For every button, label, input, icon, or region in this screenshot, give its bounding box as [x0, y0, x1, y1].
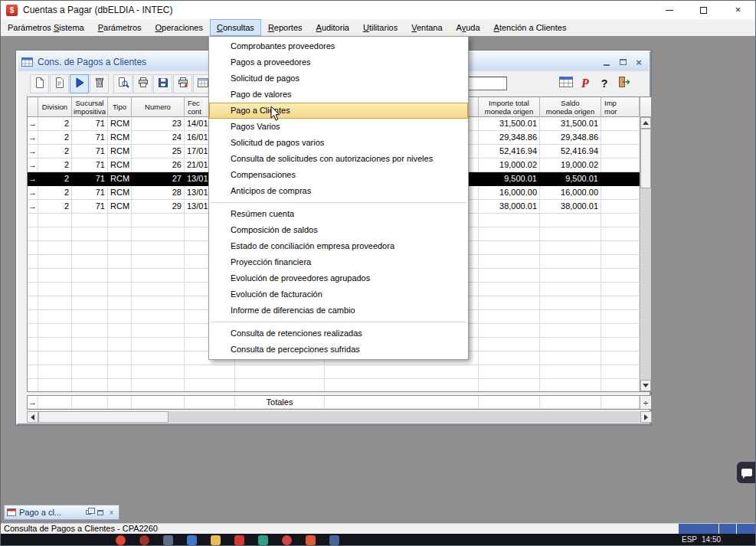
cell-empty [72, 214, 108, 227]
chat-overlay-button[interactable] [737, 462, 756, 483]
preview-button[interactable] [113, 74, 133, 93]
menu-item-consulta-de-retenciones-realizadas[interactable]: Consulta de retenciones realizadas [209, 325, 468, 342]
menubar-item-ayuda[interactable]: Ayuda [450, 19, 487, 36]
menubar-item-reportes[interactable]: Reportes [261, 19, 309, 36]
taskbar-icon[interactable] [163, 535, 173, 545]
menu-item-pagos-a-proveedores[interactable]: Pagos a proveedores [209, 54, 468, 70]
print-setup-button[interactable] [173, 74, 192, 93]
taskbar-icon[interactable] [329, 535, 339, 545]
column-header-saldo[interactable]: Saldo moneda origen [540, 97, 601, 117]
menu-item-comprobantes-proveedores[interactable]: Comprobantes proveedores [209, 38, 468, 54]
vertical-scroll-thumb[interactable] [640, 129, 651, 188]
scroll-right-button[interactable] [640, 411, 652, 423]
menubar-item-parametros[interactable]: Parámetros [91, 19, 149, 36]
menubar: Parámetros SistemaParámetrosOperacionesC… [1, 19, 755, 36]
help-button[interactable]: ? [597, 76, 612, 91]
cell-marker: → [28, 159, 38, 172]
totals-spin-button[interactable]: ÷ [640, 396, 651, 409]
menu-item-anticipos-de-compras[interactable]: Anticipos de compras [209, 183, 468, 199]
menu-item-composicion-de-saldos[interactable]: Composición de saldos [209, 222, 468, 238]
column-header-marker[interactable] [28, 97, 38, 117]
grid-window-icon [7, 508, 16, 516]
scroll-down-button[interactable] [640, 380, 651, 391]
taskbar-icon[interactable] [258, 535, 268, 545]
taskbar-icon[interactable] [116, 535, 126, 545]
menubar-item-utilitarios[interactable]: Utilitarios [356, 19, 404, 36]
run-query-button[interactable] [70, 74, 89, 93]
menu-item-compensaciones[interactable]: Compensaciones [209, 167, 468, 183]
language-indicator[interactable]: ESP [682, 535, 697, 544]
menu-item-consulta-de-percepciones-sufridas[interactable]: Consulta de percepciones sufridas [209, 342, 468, 358]
print-button[interactable] [133, 74, 152, 93]
menubar-item-auditoria[interactable]: Auditoria [309, 19, 356, 36]
delete-record-button[interactable] [90, 74, 109, 93]
column-header-division[interactable]: Division [38, 97, 72, 117]
cell-numero: 27 [132, 172, 185, 186]
menubar-item-atencion-a-clientes[interactable]: Atención a Clientes [487, 19, 574, 36]
child-minimize-button[interactable] [600, 56, 614, 68]
minimized-window[interactable]: Pago a cl... × [4, 505, 119, 520]
table-view-button[interactable] [558, 76, 574, 91]
cell-empty [38, 338, 72, 351]
horizontal-scroll-track[interactable] [38, 411, 640, 423]
child-close-button[interactable]: × [632, 56, 646, 68]
menu-item-resumen-cuenta[interactable]: Resúmen cuenta [209, 206, 468, 222]
minimize-button[interactable] [652, 1, 686, 19]
close-button[interactable]: × [106, 508, 116, 518]
menu-item-pago-de-valores[interactable]: Pago de valores [209, 87, 468, 103]
menu-item-evolucion-de-facturacion[interactable]: Evolución de facturación [209, 286, 468, 302]
totals-cell-sucursal [72, 396, 108, 409]
taskbar-icon[interactable] [211, 535, 221, 545]
menu-item-pagos-varios[interactable]: Pagos Varios [209, 119, 468, 135]
taskbar-icon[interactable] [282, 535, 292, 545]
clock[interactable]: 14:50 [702, 535, 721, 544]
exit-button[interactable] [616, 76, 631, 91]
menu-item-proyeccion-financiera[interactable]: Proyección financiera [209, 254, 468, 270]
cell-empty [72, 241, 108, 255]
menubar-item-ventana[interactable]: Ventana [404, 19, 449, 36]
menu-item-solicitud-de-pagos-varios[interactable]: Solicitud de pagos varios [209, 135, 468, 151]
cell-empty [601, 351, 640, 365]
menu-item-pago-a-clientes[interactable]: Pago a Clientes [209, 103, 468, 119]
menu-item-solicitud-de-pagos[interactable]: Solicitud de pagos [209, 70, 468, 87]
menubar-item-consultas[interactable]: Consultas [210, 19, 261, 36]
column-header-impmor[interactable]: Imp mor [601, 97, 640, 117]
new-record-button[interactable] [30, 74, 49, 93]
taskbar-icon[interactable] [306, 535, 316, 545]
column-header-sucursal[interactable]: Sucursal impositiva [72, 97, 108, 117]
totals-cell-tipo [108, 396, 132, 409]
menu-item-evolucion-de-proveedores-agrupados[interactable]: Evolución de proveedores agrupados [209, 270, 468, 286]
column-header-importe[interactable]: Importe total moneda origen [479, 97, 540, 117]
horizontal-scrollbar[interactable] [27, 411, 652, 423]
menubar-item-operaciones[interactable]: Operaciones [149, 19, 210, 36]
menu-item-consulta-de-solicitudes-con-autorizaciones-por-niveles[interactable]: Consulta de solicitudes con autorizacion… [209, 151, 468, 167]
taskbar-icon[interactable] [139, 535, 149, 545]
products-button[interactable]: P [578, 76, 593, 91]
restore-button[interactable] [83, 508, 93, 518]
maximize-button[interactable] [686, 1, 721, 19]
scroll-up-button[interactable] [640, 117, 651, 129]
menu-item-informe-de-diferencias-de-cambio[interactable]: Informe de diferencias de cambio [209, 302, 468, 319]
menu-item-estado-de-conciliacion-empresa-proveedora[interactable]: Estado de conciliación empresa proveedor… [209, 238, 468, 254]
maximize-button[interactable] [95, 508, 105, 518]
taskbar-icon[interactable] [234, 535, 244, 545]
taskbar-icon[interactable] [187, 535, 197, 545]
cell-empty [28, 241, 38, 255]
restore-icon [86, 510, 91, 515]
cell-empty [601, 338, 640, 351]
menubar-item-parametros-sistema[interactable]: Parámetros Sistema [1, 19, 91, 36]
vertical-scroll-track[interactable] [640, 129, 651, 380]
column-header-numero[interactable]: Numero [132, 97, 185, 117]
cell-empty [540, 214, 601, 227]
save-button[interactable] [153, 74, 172, 93]
child-maximize-button[interactable] [616, 56, 630, 68]
edit-record-button[interactable] [50, 74, 69, 93]
cell-importe: 16,000.00 [479, 186, 540, 200]
column-header-tipo[interactable]: Tipo [108, 97, 132, 117]
cell-empty [132, 255, 185, 269]
cell-empty [28, 269, 38, 283]
scroll-left-button[interactable] [27, 411, 38, 423]
close-button[interactable]: × [721, 1, 755, 19]
horizontal-scroll-thumb[interactable] [38, 411, 169, 423]
vertical-scrollbar[interactable] [640, 97, 651, 391]
